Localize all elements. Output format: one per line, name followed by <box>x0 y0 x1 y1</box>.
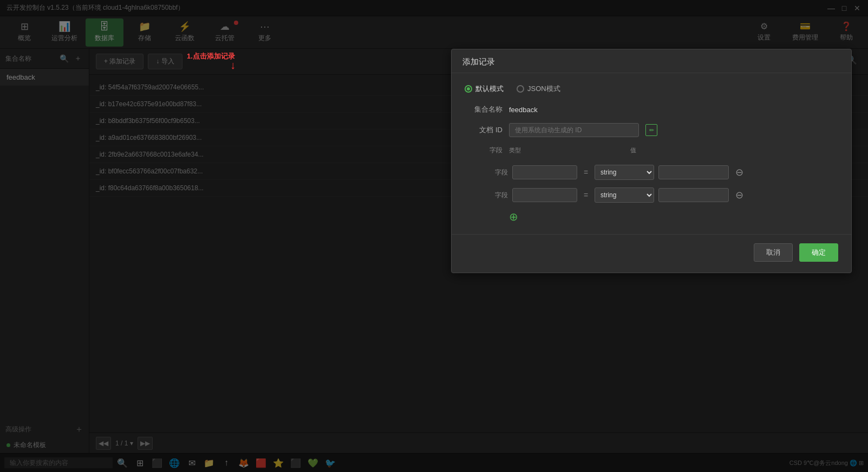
field-name-input-1[interactable] <box>512 165 577 179</box>
value-header-label: 值 <box>630 146 636 154</box>
confirm-button[interactable]: 确定 <box>799 243 838 262</box>
add-field-button[interactable]: ⊕ <box>507 210 520 223</box>
field-name-input-2[interactable] <box>512 188 577 202</box>
doc-id-edit-button[interactable]: ✏ <box>645 124 657 136</box>
dialog-body: 默认模式 JSON模式 集合名称 feedback 文档 ID ✏ <box>452 73 851 234</box>
add-record-dialog: 添加记录 默认模式 JSON模式 集合名称 feedback <box>451 49 852 273</box>
remove-field-button-1[interactable]: ⊖ <box>733 166 745 178</box>
doc-id-input[interactable] <box>509 123 639 137</box>
mode-label-default: 默认模式 <box>475 84 504 94</box>
field-text-1: 字段 <box>470 168 508 177</box>
remove-field-button-2[interactable]: ⊖ <box>733 189 745 201</box>
field-text-2: 字段 <box>470 191 508 200</box>
value-input-1[interactable] <box>658 165 729 179</box>
equals-1: = <box>582 168 590 177</box>
collection-label: 集合名称 <box>465 105 502 114</box>
dialog-header: 添加记录 <box>452 49 851 73</box>
mode-tab-default[interactable]: 默认模式 <box>465 84 504 94</box>
field-label-1: 字段 <box>465 146 502 155</box>
mode-tab-json[interactable]: JSON模式 <box>517 84 560 94</box>
equals-2: = <box>582 191 590 199</box>
radio-inner-default <box>467 87 470 90</box>
dialog-footer: 取消 确定 <box>452 234 851 273</box>
radio-json <box>517 85 524 93</box>
mode-tabs: 默认模式 JSON模式 <box>465 84 838 94</box>
field-data-row-2: 字段 = string number boolean object array … <box>465 187 838 203</box>
type-select-1[interactable]: string number boolean object array null … <box>595 165 654 180</box>
radio-default <box>465 85 472 93</box>
field-section: 字段 类型 值 字段 = string number boolean objec… <box>465 146 838 223</box>
collection-name-row: 集合名称 feedback <box>465 105 838 114</box>
type-select-2[interactable]: string number boolean object array null … <box>595 187 654 203</box>
type-header-label: 类型 <box>509 146 574 154</box>
collection-value: feedback <box>509 106 538 114</box>
dialog-overlay: 添加记录 默认模式 JSON模式 集合名称 feedback <box>0 0 868 472</box>
mode-label-json: JSON模式 <box>527 84 560 94</box>
doc-id-row: 文档 ID ✏ <box>465 123 838 137</box>
doc-id-label: 文档 ID <box>465 125 502 135</box>
value-input-2[interactable] <box>658 188 729 202</box>
field-row-1: 字段 类型 值 <box>465 146 838 158</box>
cancel-button[interactable]: 取消 <box>754 243 793 262</box>
field-data-row-1: 字段 = string number boolean object array … <box>465 165 838 180</box>
add-field-container: ⊕ <box>465 210 838 223</box>
dialog-title: 添加记录 <box>462 57 495 67</box>
